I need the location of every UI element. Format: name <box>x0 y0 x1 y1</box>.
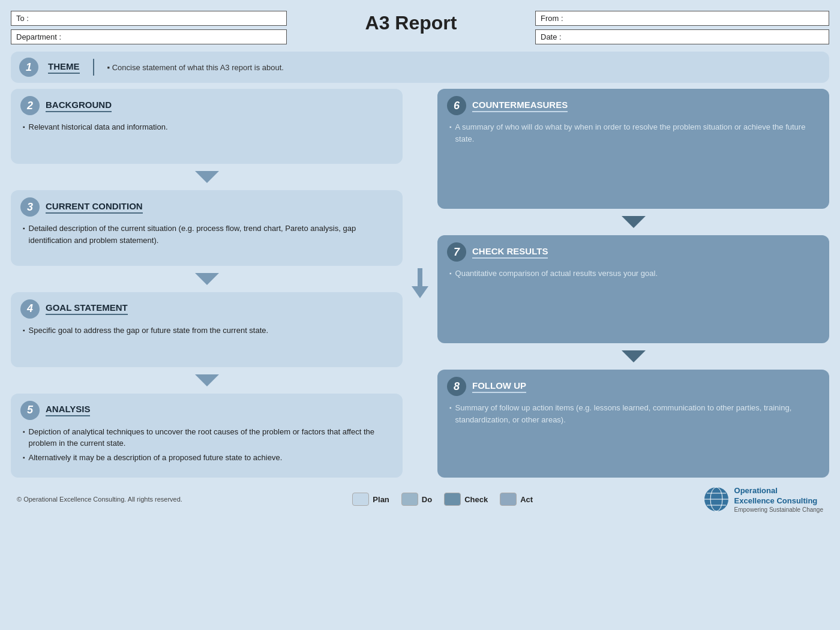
background-number: 2 <box>20 96 40 115</box>
legend: Plan Do Check Act <box>352 493 533 506</box>
legend-do: Do <box>401 493 432 506</box>
main-layout: 2 BACKGROUND Relevant historical data an… <box>11 89 829 478</box>
brand-name-1: Operational <box>734 486 823 496</box>
background-body: Relevant historical data and information… <box>20 121 393 133</box>
do-label: Do <box>422 495 432 504</box>
arrow-5 <box>437 350 829 362</box>
brand-text-block: Operational Excellence Consulting Empowe… <box>734 486 823 513</box>
analysis-bullet-2: Alternatively it may be a description of… <box>23 452 393 464</box>
theme-title: THEME <box>48 61 80 74</box>
svg-marker-6 <box>622 350 646 362</box>
theme-number: 1 <box>19 58 38 77</box>
legend-act: Act <box>500 493 533 506</box>
theme-content: ▪ Concise statement of what this A3 repo… <box>107 63 284 72</box>
legend-check: Check <box>444 493 488 506</box>
current-condition-number: 3 <box>20 197 40 217</box>
footer: © Operational Excellence Consulting. All… <box>11 486 829 513</box>
header-right: From : Date : <box>535 11 829 44</box>
legend-plan: Plan <box>352 493 389 506</box>
goal-statement-body: Specific goal to address the gap or futu… <box>20 325 393 337</box>
theme-section: 1 THEME ▪ Concise statement of what this… <box>11 52 829 83</box>
follow-up-title: FOLLOW UP <box>472 380 526 393</box>
background-text-1: Relevant historical data and information… <box>29 121 168 133</box>
analysis-section: 5 ANALYSIS Depiction of analytical techn… <box>11 394 403 478</box>
analysis-header: 5 ANALYSIS <box>20 401 393 420</box>
date-label: Date : <box>541 32 562 41</box>
analysis-text-2: Alternatively it may be a description of… <box>29 452 283 464</box>
goal-statement-section: 4 GOAL STATEMENT Specific goal to addres… <box>11 292 403 367</box>
check-results-body: Quantitative comparison of actual result… <box>447 268 820 280</box>
arrow-1 <box>11 171 403 183</box>
background-section: 2 BACKGROUND Relevant historical data an… <box>11 89 403 164</box>
arrow-2 <box>11 273 403 285</box>
globe-icon <box>703 486 730 512</box>
follow-up-text-1: Summary of follow up action items (e.g. … <box>455 402 820 425</box>
check-results-bullet-1: Quantitative comparison of actual result… <box>449 268 820 280</box>
department-field[interactable]: Department : <box>11 29 287 44</box>
goal-statement-number: 4 <box>20 299 40 319</box>
check-results-section: 7 CHECK RESULTS Quantitative comparison … <box>437 235 829 343</box>
plan-box <box>352 493 369 506</box>
act-box <box>500 493 517 506</box>
svg-marker-4 <box>412 286 428 298</box>
header-left: To : Department : <box>11 11 287 44</box>
countermeasures-title: COUNTERMEASURES <box>472 100 568 112</box>
current-condition-text-1: Detailed description of the current situ… <box>29 223 393 246</box>
mid-arrow-container <box>411 89 429 478</box>
current-condition-body: Detailed description of the current situ… <box>20 223 393 246</box>
to-label: To : <box>16 14 29 23</box>
to-field[interactable]: To : <box>11 11 287 26</box>
from-field[interactable]: From : <box>535 11 829 26</box>
svg-marker-1 <box>195 273 219 285</box>
follow-up-bullet-1: Summary of follow up action items (e.g. … <box>449 402 820 425</box>
current-condition-header: 3 CURRENT CONDITION <box>20 197 393 217</box>
current-condition-bullet-1: Detailed description of the current situ… <box>23 223 393 246</box>
current-condition-title: CURRENT CONDITION <box>46 201 143 214</box>
page-title: A3 Report <box>293 11 529 34</box>
from-label: From : <box>541 14 563 23</box>
background-title: BACKGROUND <box>46 100 112 112</box>
goal-statement-bullet-1: Specific goal to address the gap or futu… <box>23 325 393 337</box>
follow-up-body: Summary of follow up action items (e.g. … <box>447 402 820 425</box>
theme-bullet-icon: ▪ <box>107 63 112 72</box>
do-box <box>401 493 418 506</box>
brand-tagline: Empowering Sustainable Change <box>734 506 823 513</box>
follow-up-header: 8 FOLLOW UP <box>447 377 820 396</box>
countermeasures-bullet-1: A summary of who will do what by when in… <box>449 121 820 145</box>
check-box <box>444 493 461 506</box>
svg-marker-0 <box>195 171 219 183</box>
countermeasures-number: 6 <box>447 96 466 115</box>
check-label: Check <box>464 495 488 504</box>
background-header: 2 BACKGROUND <box>20 96 393 115</box>
current-condition-section: 3 CURRENT CONDITION Detailed description… <box>11 190 403 265</box>
date-field[interactable]: Date : <box>535 29 829 44</box>
left-column: 2 BACKGROUND Relevant historical data an… <box>11 89 403 478</box>
countermeasures-text-1: A summary of who will do what by when in… <box>455 121 820 145</box>
check-results-number: 7 <box>447 242 466 262</box>
check-results-header: 7 CHECK RESULTS <box>447 242 820 262</box>
plan-label: Plan <box>373 495 389 504</box>
goal-statement-text-1: Specific goal to address the gap or futu… <box>29 325 269 337</box>
analysis-text-1: Depiction of analytical techniques to un… <box>29 426 393 449</box>
department-label: Department : <box>16 32 61 41</box>
right-column: 6 COUNTERMEASURES A summary of who will … <box>437 89 829 478</box>
analysis-body: Depiction of analytical techniques to un… <box>20 426 393 464</box>
svg-marker-2 <box>195 374 219 386</box>
svg-marker-5 <box>622 216 646 228</box>
follow-up-section: 8 FOLLOW UP Summary of follow up action … <box>437 370 829 478</box>
analysis-title: ANALYSIS <box>46 404 90 416</box>
brand-name-2: Excellence Consulting <box>734 496 823 506</box>
countermeasures-section: 6 COUNTERMEASURES A summary of who will … <box>437 89 829 209</box>
background-bullet-1: Relevant historical data and information… <box>23 121 393 133</box>
arrow-3 <box>11 374 403 386</box>
countermeasures-body: A summary of who will do what by when in… <box>447 121 820 145</box>
check-results-title: CHECK RESULTS <box>472 246 548 259</box>
analysis-bullet-1: Depiction of analytical techniques to un… <box>23 426 393 449</box>
goal-statement-title: GOAL STATEMENT <box>46 302 128 315</box>
theme-text: Concise statement of what this A3 report… <box>112 63 284 72</box>
arrow-4 <box>437 216 829 228</box>
analysis-number: 5 <box>20 401 40 420</box>
goal-statement-header: 4 GOAL STATEMENT <box>20 299 393 319</box>
brand: Operational Excellence Consulting Empowe… <box>703 486 823 513</box>
countermeasures-header: 6 COUNTERMEASURES <box>447 96 820 115</box>
